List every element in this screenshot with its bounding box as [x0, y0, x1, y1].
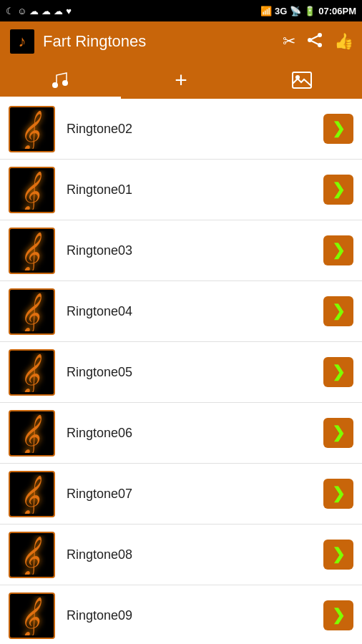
ringtone-thumbnail: 𝄞	[9, 106, 55, 152]
cloud-icon-3: ☁	[54, 6, 63, 16]
ringtone-thumbnail: 𝄞	[9, 288, 55, 335]
ringtone-item: 𝄞 Ringtone03 ❯	[0, 220, 362, 281]
ringtone-thumbnail: 𝄞	[9, 228, 55, 274]
play-button[interactable]: ❯	[323, 175, 353, 205]
play-button[interactable]: ❯	[323, 357, 353, 387]
status-right: 📶 3G 📡 🔋 07:06PM	[260, 6, 356, 16]
alarm-icon: ☾	[6, 6, 14, 16]
play-button[interactable]: ❯	[323, 479, 353, 509]
play-arrow-icon: ❯	[332, 241, 345, 260]
svg-text:𝄞: 𝄞	[19, 414, 41, 453]
ringtone-list: 𝄞 Ringtone02 ❯ 𝄞 Ringtone01 ❯	[0, 99, 362, 644]
ringtone-item: 𝄞 Ringtone09 ❯	[0, 585, 362, 644]
ringtone-name: Ringtone02	[55, 122, 323, 137]
svg-point-5	[52, 82, 58, 88]
svg-text:𝄞: 𝄞	[19, 536, 41, 575]
play-arrow-icon: ❯	[332, 484, 345, 503]
ringtone-name: Ringtone04	[55, 304, 323, 319]
ringtone-name: Ringtone05	[55, 365, 323, 380]
play-button[interactable]: ❯	[323, 540, 353, 570]
play-arrow-icon: ❯	[332, 545, 345, 564]
ringtone-thumbnail: 𝄞	[9, 532, 55, 578]
ringtone-thumbnail: 𝄞	[9, 471, 55, 517]
ringtone-thumbnail: 𝄞	[9, 167, 55, 213]
share-icon[interactable]	[307, 32, 323, 52]
app-header-actions: ✂ 👍	[283, 32, 353, 52]
battery-icon: 🔋	[304, 6, 315, 16]
tab-music[interactable]	[0, 62, 121, 99]
cloud-icon-2: ☁	[41, 6, 51, 16]
heart-icon: ♥	[66, 6, 72, 16]
svg-text:𝄞: 𝄞	[19, 597, 41, 635]
ringtone-item: 𝄞 Ringtone06 ❯	[0, 403, 362, 464]
play-arrow-icon: ❯	[332, 424, 345, 442]
scissors-icon[interactable]: ✂	[283, 32, 295, 51]
svg-text:𝄞: 𝄞	[19, 110, 41, 149]
ringtone-thumbnail: 𝄞	[9, 410, 55, 457]
svg-text:𝄞: 𝄞	[19, 293, 41, 331]
status-bar: ☾ ☺ ☁ ☁ ☁ ♥ 📶 3G 📡 🔋 07:06PM	[0, 0, 362, 21]
tab-image[interactable]	[241, 62, 362, 99]
app-header-left: ♪ Fart Ringtones	[9, 28, 146, 55]
play-button[interactable]: ❯	[323, 600, 353, 630]
time-display: 07:06PM	[318, 6, 356, 16]
ringtone-item: 𝄞 Ringtone02 ❯	[0, 99, 362, 160]
play-button[interactable]: ❯	[323, 418, 353, 448]
ringtone-item: 𝄞 Ringtone08 ❯	[0, 525, 362, 585]
svg-text:𝄞: 𝄞	[19, 232, 41, 270]
play-arrow-icon: ❯	[332, 363, 345, 381]
ringtone-name: Ringtone09	[55, 608, 323, 623]
svg-text:𝄞: 𝄞	[19, 353, 41, 392]
svg-line-4	[310, 40, 320, 45]
tab-bar: +	[0, 62, 362, 99]
ringtone-name: Ringtone06	[55, 426, 323, 441]
app-header: ♪ Fart Ringtones ✂ 👍	[0, 21, 362, 62]
ringtone-item: 𝄞 Ringtone07 ❯	[0, 464, 362, 525]
logo-music-icon: ♪	[19, 32, 26, 51]
svg-text:𝄞: 𝄞	[19, 171, 41, 210]
play-arrow-icon: ❯	[332, 606, 345, 625]
ringtone-item: 𝄞 Ringtone01 ❯	[0, 160, 362, 220]
network-type: 3G	[275, 6, 287, 16]
play-button[interactable]: ❯	[323, 114, 353, 144]
ringtone-name: Ringtone01	[55, 182, 323, 197]
cloud-icon-1: ☁	[29, 6, 39, 16]
svg-line-3	[310, 35, 320, 40]
status-icons-left: ☾ ☺ ☁ ☁ ☁ ♥	[6, 6, 72, 16]
ringtone-name: Ringtone08	[55, 547, 323, 562]
tab-add[interactable]: +	[121, 62, 242, 99]
thumbsup-icon[interactable]: 👍	[334, 32, 353, 51]
ringtone-name: Ringtone07	[55, 487, 323, 502]
play-arrow-icon: ❯	[332, 119, 345, 138]
play-button[interactable]: ❯	[323, 296, 353, 326]
play-arrow-icon: ❯	[332, 180, 345, 199]
ringtone-item: 𝄞 Ringtone04 ❯	[0, 281, 362, 342]
ringtone-name: Ringtone03	[55, 243, 323, 258]
signal-icon: 📡	[290, 6, 301, 16]
app-logo: ♪	[9, 28, 36, 55]
play-arrow-icon: ❯	[332, 302, 345, 321]
ringtone-thumbnail: 𝄞	[9, 592, 55, 639]
wifi-icon: 📶	[260, 6, 272, 16]
ringtone-item: 𝄞 Ringtone05 ❯	[0, 342, 362, 403]
app-title: Fart Ringtones	[43, 32, 146, 51]
play-button[interactable]: ❯	[323, 235, 353, 265]
svg-point-6	[62, 80, 68, 86]
ringtone-thumbnail: 𝄞	[9, 349, 55, 396]
user-icon: ☺	[17, 6, 26, 16]
svg-text:𝄞: 𝄞	[19, 475, 41, 514]
